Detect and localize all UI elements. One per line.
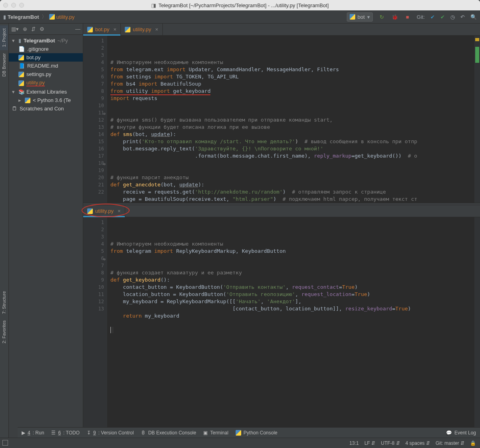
macos-titlebar: ◨ TelegramBot [~/PycharmProjects/Telegra… — [0, 0, 480, 10]
code-bottom[interactable]: # Импортируем необходимые компонентыfrom… — [107, 217, 480, 438]
project-panel: ▥▾ ⊕ ⇵ ⚙ — ▾▮ TelegramBot ~/Py 📄.gitigno… — [9, 24, 83, 438]
tab-utility-py-bottom[interactable]: utility.py × — [83, 205, 125, 217]
gutter-top: 1234567891011⊖12131415161718⊖19202122 — [83, 36, 107, 203]
python-file-icon — [18, 80, 24, 86]
python-icon — [236, 430, 241, 436]
close-icon[interactable]: × — [118, 208, 121, 214]
lock-icon[interactable]: 🔒 — [470, 440, 476, 446]
window-title: ◨ TelegramBot [~/PycharmProjects/Telegra… — [0, 2, 480, 8]
breadcrumb-project[interactable]: TelegramBot — [8, 14, 39, 20]
db-browser-tab[interactable]: DB Browser — [0, 50, 8, 80]
vcs-commit-icon[interactable]: ✔ — [440, 14, 445, 20]
tree-external-libs[interactable]: ▾📚External Libraries — [9, 88, 83, 96]
close-icon[interactable]: × — [155, 26, 158, 32]
stop-icon[interactable]: ■ — [404, 14, 411, 20]
file-encoding[interactable]: UTF-8 ⇵ — [381, 440, 400, 446]
python-file-icon — [125, 27, 130, 32]
undo-icon[interactable]: ↶ — [460, 14, 465, 20]
breadcrumb-file[interactable]: utility.py — [56, 14, 75, 20]
code-top[interactable]: # Импортируем необходимые компонентыfrom… — [107, 36, 480, 203]
toolwin-toggle-icon[interactable] — [2, 440, 8, 446]
tab-utility-py[interactable]: utility.py × — [121, 24, 163, 35]
line-separator[interactable]: LF ⇵ — [364, 440, 375, 446]
toolwin-db[interactable]: 🛢 DB Execution Console — [141, 430, 196, 436]
bottom-toolwin-bar: ▶ 4: 4: RunRun ☰ 6: TODO ↧ 9: Version Co… — [18, 427, 480, 438]
tree-python-sdk[interactable]: ▸< Python 3.6 (Te — [9, 96, 83, 104]
gear-icon[interactable]: ⚙ — [40, 26, 44, 32]
toolwin-pyconsole[interactable]: Python Console — [236, 430, 278, 436]
traffic-lights[interactable] — [3, 3, 24, 8]
caret-position[interactable]: 13:1 — [350, 440, 359, 446]
error-stripe[interactable] — [474, 217, 480, 438]
breadcrumb[interactable]: ▮TelegramBot 〉 utility.py — [3, 13, 75, 20]
favorites-tab[interactable]: 2: Favorites — [0, 317, 8, 346]
project-tree[interactable]: ▾▮ TelegramBot ~/Py 📄.gitignore bot.py 📘… — [9, 35, 83, 114]
toolwin-terminal[interactable]: ▣ Terminal — [203, 430, 228, 436]
collapse-icon[interactable]: ⇵ — [31, 26, 36, 32]
git-branch[interactable]: Git: master ⇵ — [436, 440, 464, 446]
search-icon[interactable]: 🔍 — [470, 14, 477, 20]
toolwin-eventlog[interactable]: 💬 Event Log — [446, 430, 476, 436]
expand-icon[interactable]: ⊕ — [23, 26, 27, 32]
editor-bottom[interactable]: 123456⊖78910111213 # Импортируем необход… — [83, 217, 480, 438]
tree-item-readme[interactable]: 📘README.md — [9, 62, 83, 70]
tree-item-settings[interactable]: settings.py — [9, 70, 83, 78]
project-toolwin-tab[interactable]: 1: Project — [0, 25, 8, 50]
editor-tabs-bottom: utility.py × — [83, 205, 480, 217]
indent-settings[interactable]: 4 spaces ⇵ — [406, 440, 430, 446]
tree-root[interactable]: ▾▮ TelegramBot ~/Py — [9, 36, 83, 45]
toolwin-vcs[interactable]: ↧ 9: Version Control — [87, 430, 134, 436]
project-view-select[interactable]: ▥▾ — [11, 26, 19, 32]
python-file-icon — [49, 14, 55, 20]
python-file-icon — [87, 27, 93, 32]
close-icon[interactable]: × — [113, 26, 116, 32]
vcs-update-icon[interactable]: ✔ — [430, 14, 435, 20]
toolwin-run[interactable]: ▶ 4: 4: RunRun — [22, 430, 44, 436]
project-toolbar: ▥▾ ⊕ ⇵ ⚙ — — [9, 24, 83, 35]
python-file-icon — [87, 208, 93, 214]
error-stripe[interactable] — [474, 36, 480, 203]
git-label: Git: — [417, 14, 425, 20]
editor-top[interactable]: 1234567891011⊖12131415161718⊖19202122 # … — [83, 36, 480, 203]
status-bar: 13:1 LF ⇵ UTF-8 ⇵ 4 spaces ⇵ Git: master… — [0, 438, 480, 448]
chevron-down-icon: ▾ — [367, 14, 370, 20]
nav-bar: ▮TelegramBot 〉 utility.py bot ▾ ↻ 🐞 ■ Gi… — [0, 10, 480, 24]
tree-item-utility[interactable]: utility.py — [9, 78, 83, 88]
python-icon — [350, 14, 355, 20]
debug-icon[interactable]: 🐞 — [391, 14, 398, 20]
run-config-select[interactable]: bot ▾ — [347, 12, 373, 22]
history-icon[interactable]: ◷ — [450, 14, 455, 20]
python-file-icon — [18, 72, 24, 77]
hide-icon[interactable]: — — [75, 26, 80, 32]
structure-tab[interactable]: 7: Structure — [0, 288, 8, 317]
toolwin-todo[interactable]: ☰ 6: TODO — [51, 430, 80, 436]
tree-item-bot[interactable]: bot.py — [9, 53, 83, 62]
tab-bot-py[interactable]: bot.py × — [83, 24, 121, 35]
python-icon — [25, 98, 30, 103]
python-file-icon — [18, 55, 24, 60]
tree-item-gitignore[interactable]: 📄.gitignore — [9, 45, 83, 53]
rerun-icon[interactable]: ↻ — [378, 14, 386, 20]
gutter-bottom: 123456⊖78910111213 — [83, 217, 107, 438]
tree-scratches[interactable]: 🗒Scratches and Con — [9, 104, 83, 113]
left-toolwin-bar: 1: Project DB Browser 7: Structure 2: Fa… — [0, 24, 9, 448]
editor-tabs-top: bot.py × utility.py × — [83, 24, 480, 36]
